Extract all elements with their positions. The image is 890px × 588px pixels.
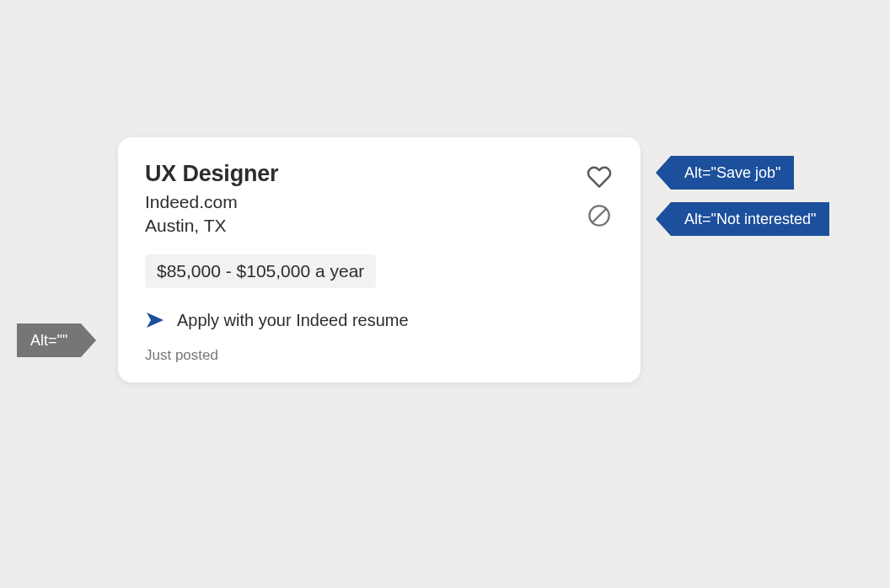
job-title: UX Designer [145,161,278,187]
annotation-label: Alt="Not interested" [671,202,829,236]
annotation-label: Alt="" [17,323,81,357]
block-icon[interactable] [585,201,614,230]
apply-row[interactable]: Apply with your Indeed resume [145,310,614,330]
annotation-apply-icon: Alt="" [17,323,96,357]
job-company: Indeed.com [145,192,278,212]
job-location: Austin, TX [145,216,278,236]
job-card: UX Designer Indeed.com Austin, TX [118,137,641,382]
annotation-not-interested: Alt="Not interested" [656,202,829,236]
annotation-save-job: Alt="Save job" [656,156,794,190]
heart-icon[interactable] [585,163,614,191]
svg-line-1 [592,209,606,222]
salary-chip: $85,000 - $105,000 a year [145,254,376,288]
apply-text: Apply with your Indeed resume [177,311,409,330]
annotation-label: Alt="Save job" [671,156,794,190]
posted-label: Just posted [145,347,614,364]
send-icon [145,310,165,330]
